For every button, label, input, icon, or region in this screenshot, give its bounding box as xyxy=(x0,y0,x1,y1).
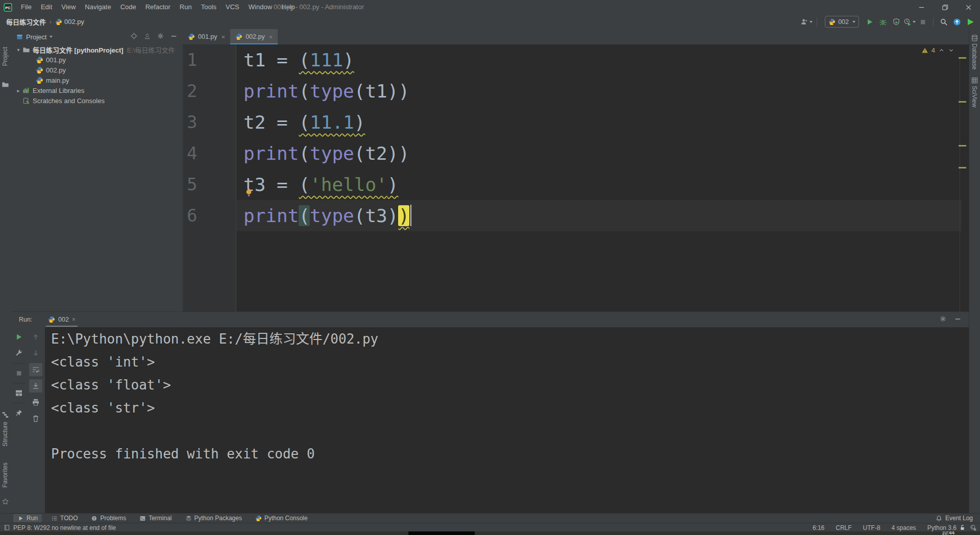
console-scroll-end-button[interactable] xyxy=(29,379,42,393)
run-wrench-button[interactable] xyxy=(11,347,27,360)
tool-window-button-run[interactable]: Run xyxy=(13,514,42,522)
status-widget-crlf[interactable]: CRLF xyxy=(836,524,851,531)
tree-chevron-icon[interactable]: ▸ xyxy=(14,88,22,93)
menu-item-window[interactable]: Window xyxy=(244,0,277,14)
editor-tab-001.py[interactable]: 001.py× xyxy=(183,29,230,44)
run-stop-button[interactable] xyxy=(11,367,27,380)
sidebar-item-sciview[interactable]: SciView xyxy=(971,86,978,107)
menu-item-code[interactable]: Code xyxy=(116,0,141,14)
console-print-button[interactable] xyxy=(27,396,45,409)
menu-item-edit[interactable]: Edit xyxy=(36,0,57,14)
sidebar-item-favorites[interactable]: Favorites xyxy=(2,463,9,488)
menu-item-refactor[interactable]: Refactor xyxy=(141,0,175,14)
close-icon[interactable]: × xyxy=(222,33,226,41)
event-log-button[interactable]: Event Log xyxy=(936,515,973,522)
editor-tab-002.py[interactable]: 002.py× xyxy=(230,29,278,44)
intention-lightbulb-icon[interactable] xyxy=(244,188,253,197)
toolbar-profiler-button[interactable] xyxy=(903,16,916,28)
run-tab-002[interactable]: 002 × xyxy=(43,312,81,327)
console-arrow-up-button[interactable] xyxy=(27,330,45,344)
error-stripe-mark[interactable] xyxy=(959,101,966,103)
code-line-3[interactable]: t2 = (11.1) xyxy=(236,107,962,138)
tree-item-scratches-and-consoles[interactable]: Scratches and Consoles xyxy=(11,95,183,106)
tree-item--pythonproject-[interactable]: ▾每日练习文件 [pythonProject]E:\每日练习文件 xyxy=(11,44,183,55)
error-stripe-mark[interactable] xyxy=(959,145,966,147)
run-hide-button[interactable] xyxy=(954,315,962,325)
project-tool-icon[interactable] xyxy=(2,81,9,90)
run-pin-button[interactable] xyxy=(11,406,27,420)
status-widget-6-16[interactable]: 6:16 xyxy=(813,524,824,531)
restore-button[interactable] xyxy=(933,0,957,14)
close-window-button[interactable] xyxy=(957,0,980,14)
status-widget-4-spaces[interactable]: 4 spaces xyxy=(892,524,916,531)
run-settings-button[interactable] xyxy=(939,315,947,325)
toolbar-stop-button[interactable] xyxy=(916,16,929,28)
console-arrow-down-button[interactable] xyxy=(27,347,45,360)
menu-item-file[interactable]: File xyxy=(16,0,36,14)
menu-item-tools[interactable]: Tools xyxy=(197,0,221,14)
project-settings-button[interactable] xyxy=(157,32,164,42)
editor-code-area[interactable]: t1 = (111)print(type(t1))t2 = (11.1)prin… xyxy=(236,44,962,231)
error-stripe-mark[interactable] xyxy=(959,167,966,168)
code-line-1[interactable]: t1 = (111) xyxy=(236,44,962,76)
run-configuration-combo[interactable]: 002 xyxy=(825,16,859,28)
project-hide-button[interactable] xyxy=(170,32,178,42)
tool-window-button-todo[interactable]: TODO xyxy=(47,514,82,522)
menu-item-run[interactable]: Run xyxy=(175,0,197,14)
close-icon[interactable]: × xyxy=(269,33,273,41)
breadcrumb-item-2[interactable]: 002.py xyxy=(55,18,84,26)
toolbar-debug-button[interactable] xyxy=(876,16,890,28)
tool-window-button-python-packages[interactable]: Python Packages xyxy=(181,514,246,522)
tree-item-002.py[interactable]: 002.py xyxy=(11,65,183,75)
status-widget-python-3-6[interactable]: Python 3.6 xyxy=(927,524,957,531)
sidebar-item-project[interactable]: Project xyxy=(2,47,9,66)
favorites-star-icon[interactable] xyxy=(2,498,9,507)
right-strip-icon[interactable] xyxy=(971,77,978,86)
run-rerun-button[interactable] xyxy=(11,330,27,344)
tree-chevron-icon[interactable]: ▾ xyxy=(14,47,22,53)
settings-gear-icon[interactable] xyxy=(970,524,977,531)
menu-item-vcs[interactable]: VCS xyxy=(221,0,244,14)
toolbar-search-button[interactable] xyxy=(937,16,950,28)
breadcrumb-item-1[interactable]: 每日练习文件 xyxy=(6,17,46,27)
toolbar-run-play-button[interactable] xyxy=(863,16,876,28)
reader-mode-icon[interactable] xyxy=(4,524,10,531)
toolbar-users-button[interactable] xyxy=(800,16,813,28)
project-collapse-all-button[interactable] xyxy=(143,32,151,42)
menu-item-navigate[interactable]: Navigate xyxy=(80,0,115,14)
minimize-button[interactable] xyxy=(910,0,933,14)
code-editor[interactable]: 123456 t1 = (111)print(type(t1))t2 = (11… xyxy=(183,44,969,311)
status-widget-utf-8[interactable]: UTF-8 xyxy=(863,524,880,531)
project-locate-button[interactable] xyxy=(130,32,138,42)
tree-item-external-libraries[interactable]: ▸External Libraries xyxy=(11,85,183,95)
close-icon[interactable]: × xyxy=(72,316,76,323)
toolbar-learn-button[interactable] xyxy=(964,16,977,28)
tree-item-main.py[interactable]: main.py xyxy=(11,75,183,85)
toolbar-update-button[interactable] xyxy=(950,16,964,28)
tree-item-001.py[interactable]: 001.py xyxy=(11,55,183,65)
status-message[interactable]: PEP 8: W292 no newline at end of file xyxy=(13,524,116,531)
console-trash-button[interactable] xyxy=(27,412,45,425)
sidebar-item-structure[interactable]: Structure xyxy=(2,422,9,447)
right-strip-icon[interactable] xyxy=(971,34,978,44)
chevron-down-icon[interactable] xyxy=(948,47,954,54)
editor-scrollbar[interactable] xyxy=(960,57,960,311)
error-stripe-mark[interactable] xyxy=(959,57,966,59)
console-soft-wrap-button[interactable] xyxy=(29,363,42,376)
lock-open-icon[interactable] xyxy=(959,524,966,531)
code-line-4[interactable]: print(type(t2)) xyxy=(236,138,962,169)
structure-tool-icon[interactable] xyxy=(2,411,9,421)
code-line-2[interactable]: print(type(t1)) xyxy=(236,76,962,107)
chevron-up-icon[interactable] xyxy=(938,47,945,54)
toolbar-coverage-button[interactable] xyxy=(890,16,903,28)
tool-window-button-terminal[interactable]: Terminal xyxy=(135,514,176,522)
code-line-6[interactable]: print(type(t3)) xyxy=(236,200,962,231)
code-line-5[interactable]: t3 = ('hello') xyxy=(236,169,962,200)
sidebar-item-database[interactable]: Database xyxy=(971,43,978,69)
tool-window-button-python-console[interactable]: Python Console xyxy=(251,514,312,522)
run-console-output[interactable]: E:\Python\python.exe E:/每日练习文件/002.py<cl… xyxy=(45,327,969,514)
menu-item-view[interactable]: View xyxy=(57,0,80,14)
inspections-widget[interactable]: 4 xyxy=(921,46,954,54)
run-restore-layout-button[interactable] xyxy=(11,386,27,400)
tool-window-button-problems[interactable]: Problems xyxy=(87,514,130,522)
